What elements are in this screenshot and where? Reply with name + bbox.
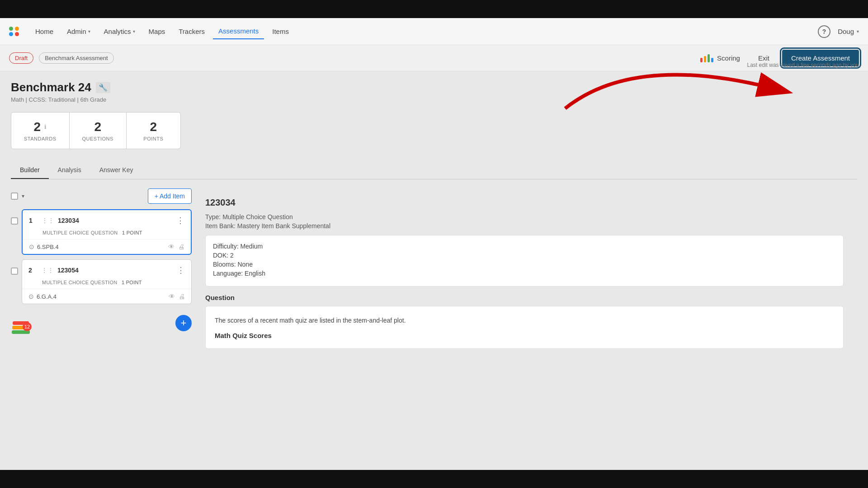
nav-assessments[interactable]: Assessments bbox=[213, 23, 264, 39]
benchmark-badge[interactable]: Benchmark Assessment bbox=[39, 52, 113, 64]
admin-chevron-icon: ▾ bbox=[88, 29, 90, 34]
nav-trackers[interactable]: Trackers bbox=[173, 24, 210, 39]
item-1-actions: 👁 🖨 bbox=[168, 243, 184, 250]
draft-badge[interactable]: Draft bbox=[9, 52, 33, 64]
points-number: 2 bbox=[139, 120, 168, 134]
items-toolbar: ▾ + Add Item bbox=[11, 188, 192, 204]
stats-row: 2 ℹ STANDARDS 2 QUESTIONS 2 POINTS bbox=[11, 112, 857, 149]
score-bar-blue bbox=[711, 58, 713, 62]
item-2-actions: 👁 🖨 bbox=[169, 293, 185, 300]
navbar: Home Admin ▾ Analytics ▾ Maps Trackers A… bbox=[0, 18, 868, 45]
last-edit-text: Last edit was saved a few seconds ago by… bbox=[747, 62, 859, 68]
user-chevron-icon: ▾ bbox=[857, 29, 859, 34]
logo-dot-red bbox=[15, 32, 19, 36]
item-card-2[interactable]: 2 ⋮⋮ 123054 ⋮ MULTIPLE CHOICE QUESTION 1… bbox=[22, 259, 192, 304]
question-dok: DOK: 2 bbox=[213, 252, 836, 259]
item-2-points: 1 point bbox=[122, 280, 142, 285]
nav-items-link[interactable]: Items bbox=[267, 24, 294, 39]
add-item-circle-button[interactable]: + bbox=[175, 315, 192, 331]
questions-label: QUESTIONS bbox=[82, 136, 113, 141]
standards-number: 2 bbox=[33, 120, 41, 134]
logo[interactable] bbox=[9, 27, 19, 37]
item-card-1[interactable]: 1 ⋮⋮ 123034 ⋮ MULTIPLE CHOICE QUESTION 1… bbox=[22, 209, 192, 255]
nav-home[interactable]: Home bbox=[30, 24, 59, 39]
item-1-points: 1 point bbox=[122, 230, 142, 235]
logo-dot-green bbox=[9, 27, 13, 31]
nav-admin[interactable]: Admin ▾ bbox=[61, 24, 96, 39]
item-2-eye-icon[interactable]: 👁 bbox=[169, 293, 175, 300]
item-1-standard-text: 6.SPB.4 bbox=[37, 244, 59, 250]
sub-header: Draft Benchmark Assessment Scoring Exit … bbox=[0, 45, 868, 71]
item-1-standard: ⊙ 6.SPB.4 bbox=[29, 243, 59, 250]
select-dropdown-icon[interactable]: ▾ bbox=[22, 193, 24, 199]
select-all: ▾ bbox=[11, 192, 24, 200]
item-1-eye-icon[interactable]: 👁 bbox=[168, 243, 175, 250]
item-1-menu-icon[interactable]: ⋮ bbox=[176, 216, 184, 225]
item-2-checkbox[interactable] bbox=[11, 267, 18, 275]
score-bar-red bbox=[700, 58, 703, 62]
points-label: POINTS bbox=[139, 136, 168, 141]
question-blooms: Blooms: None bbox=[213, 261, 836, 268]
item-1-header: 1 ⋮⋮ 123034 ⋮ bbox=[23, 210, 191, 229]
user-menu[interactable]: Doug ▾ bbox=[838, 28, 859, 35]
standards-info-icon[interactable]: ℹ bbox=[44, 124, 47, 130]
question-sub-title: Math Quiz Scores bbox=[215, 332, 834, 339]
item-2-id: 123054 bbox=[57, 267, 173, 274]
tabs: Builder Analysis Answer Key bbox=[11, 162, 857, 179]
question-text-box: The scores of a recent math quiz are lis… bbox=[205, 306, 844, 349]
item-1-drag-handle[interactable]: ⋮⋮ bbox=[42, 217, 54, 224]
left-panel: ▾ + Add Item 1 ⋮⋮ 123034 ⋮ MULTIPLE CHOI… bbox=[11, 188, 192, 358]
standard-2-icon: ⊙ bbox=[28, 293, 34, 300]
score-bar-orange bbox=[704, 56, 706, 62]
item-1-id: 123034 bbox=[58, 217, 173, 224]
page-title: Benchmark 24 bbox=[11, 80, 91, 94]
item-2-standard: ⊙ 6.G.A.4 bbox=[28, 293, 57, 300]
stat-points: 2 POINTS bbox=[127, 112, 181, 149]
builder-layout: ▾ + Add Item 1 ⋮⋮ 123034 ⋮ MULTIPLE CHOI… bbox=[11, 188, 857, 358]
page-subtitle: Math | CCSS: Traditional | 6th Grade bbox=[11, 96, 857, 103]
question-language: Language: English bbox=[213, 270, 836, 277]
question-type: Type: Multiple Choice Question bbox=[205, 213, 844, 221]
item-2-number: 2 bbox=[28, 267, 38, 274]
stat-standards: 2 ℹ STANDARDS bbox=[11, 112, 70, 149]
item-1-checkbox[interactable] bbox=[11, 217, 18, 225]
left-panel-bottom: 12 + bbox=[11, 315, 192, 331]
scoring-button[interactable]: Scoring bbox=[695, 52, 745, 65]
tab-builder[interactable]: Builder bbox=[11, 162, 49, 179]
nav-items: Home Admin ▾ Analytics ▾ Maps Trackers A… bbox=[30, 23, 818, 39]
analytics-chevron-icon: ▾ bbox=[133, 29, 135, 34]
question-id: 123034 bbox=[205, 197, 844, 208]
bottom-bar bbox=[0, 470, 868, 488]
item-2-print-icon[interactable]: 🖨 bbox=[179, 293, 185, 300]
question-difficulty: Difficulty: Medium bbox=[213, 243, 836, 250]
tab-answer-key[interactable]: Answer Key bbox=[90, 162, 142, 179]
questions-number: 2 bbox=[82, 120, 113, 134]
tab-analysis[interactable]: Analysis bbox=[49, 162, 90, 179]
item-1-print-icon[interactable]: 🖨 bbox=[178, 243, 184, 250]
nav-right: ? Doug ▾ bbox=[818, 25, 859, 38]
item-2-header: 2 ⋮⋮ 123054 ⋮ bbox=[22, 260, 191, 279]
standard-1-icon: ⊙ bbox=[29, 243, 34, 250]
nav-analytics[interactable]: Analytics ▾ bbox=[99, 24, 141, 39]
score-bar-green bbox=[708, 54, 710, 62]
question-section-title: Question bbox=[205, 294, 844, 301]
stack-icon[interactable]: 12 bbox=[11, 321, 32, 331]
select-all-checkbox[interactable] bbox=[11, 192, 18, 200]
question-text: The scores of a recent math quiz are lis… bbox=[215, 315, 834, 325]
user-name: Doug bbox=[838, 28, 854, 35]
main-content: Benchmark 24 🔧 Math | CCSS: Traditional … bbox=[0, 71, 868, 488]
question-item-bank: Item Bank: Mastery Item Bank Supplementa… bbox=[205, 222, 844, 230]
item-2-standard-text: 6.G.A.4 bbox=[37, 293, 57, 300]
item-row-1: 1 ⋮⋮ 123034 ⋮ MULTIPLE CHOICE QUESTION 1… bbox=[11, 209, 192, 259]
add-item-button[interactable]: + Add Item bbox=[148, 188, 192, 204]
right-panel: 123034 Type: Multiple Choice Question It… bbox=[192, 188, 857, 358]
logo-dot-blue bbox=[9, 32, 13, 36]
question-detail-box: Difficulty: Medium DOK: 2 Blooms: None L… bbox=[205, 235, 844, 286]
scoring-label: Scoring bbox=[717, 54, 740, 62]
item-2-drag-handle[interactable]: ⋮⋮ bbox=[41, 267, 54, 274]
edit-icon[interactable]: 🔧 bbox=[96, 82, 110, 93]
help-button[interactable]: ? bbox=[818, 25, 830, 38]
stack-badge: 12 bbox=[23, 322, 32, 331]
item-2-menu-icon[interactable]: ⋮ bbox=[177, 265, 185, 275]
nav-maps[interactable]: Maps bbox=[143, 24, 171, 39]
